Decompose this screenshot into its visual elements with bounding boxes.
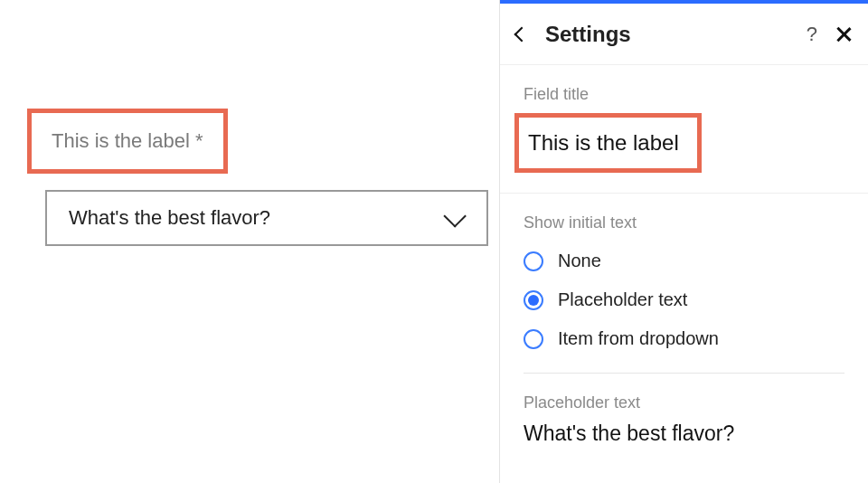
field-title-section: Field title This is the label: [500, 65, 868, 194]
field-title-highlight: This is the label: [514, 113, 702, 173]
field-label-highlight: This is the label *: [27, 109, 228, 174]
radio-label: None: [558, 251, 601, 271]
dropdown-field[interactable]: What's the best flavor?: [45, 190, 488, 246]
dropdown-placeholder: What's the best flavor?: [69, 206, 270, 230]
app-stage: This is the label * What's the best flav…: [0, 0, 868, 483]
placeholder-text-label: Placeholder text: [524, 393, 844, 412]
panel-title: Settings: [545, 22, 807, 47]
initial-text-radio-group: None Placeholder text Item from dropdown: [524, 251, 844, 349]
radio-icon: [524, 251, 543, 271]
radio-option-item-from-dropdown[interactable]: Item from dropdown: [524, 328, 844, 349]
radio-icon: [524, 329, 543, 349]
close-icon[interactable]: [835, 26, 852, 43]
radio-option-none[interactable]: None: [524, 251, 844, 271]
initial-text-label: Show initial text: [524, 213, 844, 232]
initial-text-section: Show initial text None Placeholder text …: [500, 194, 868, 373]
placeholder-text-input[interactable]: What's the best flavor?: [524, 421, 844, 446]
chevron-down-icon: [443, 204, 466, 227]
field-title-label: Field title: [524, 85, 844, 104]
canvas-preview: This is the label * What's the best flav…: [0, 0, 499, 483]
radio-icon: [524, 290, 543, 310]
help-icon[interactable]: ?: [807, 23, 817, 46]
field-label: This is the label *: [52, 129, 203, 153]
radio-option-placeholder-text[interactable]: Placeholder text: [524, 289, 844, 310]
settings-panel: Settings ? Field title This is the label…: [499, 0, 868, 483]
panel-header: Settings ?: [500, 4, 868, 65]
field-title-input[interactable]: This is the label: [528, 130, 679, 156]
placeholder-text-section: Placeholder text What's the best flavor?: [500, 374, 868, 468]
back-chevron-icon[interactable]: [514, 26, 530, 42]
radio-label: Placeholder text: [558, 289, 687, 310]
radio-label: Item from dropdown: [558, 328, 719, 349]
